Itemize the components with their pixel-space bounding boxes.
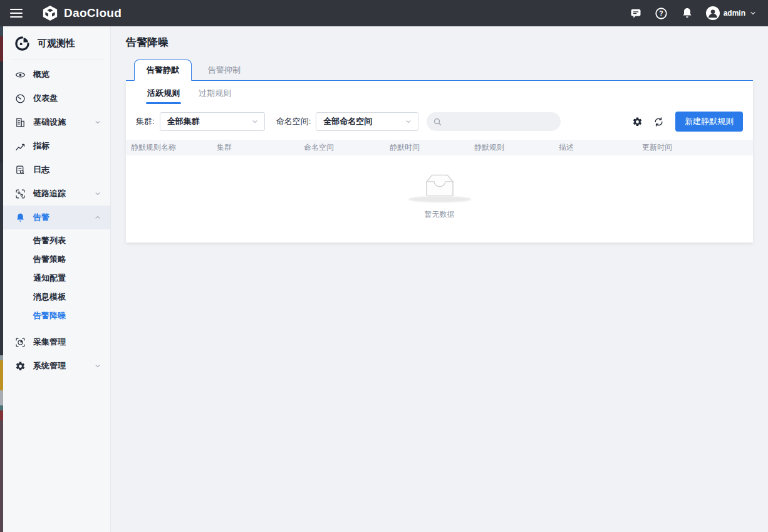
sidebar-item-system[interactable]: 系统管理 bbox=[3, 354, 110, 378]
page-title: 告警降噪 bbox=[126, 35, 753, 50]
sidebar-item-label: 采集管理 bbox=[33, 336, 66, 348]
notification-bell-icon[interactable] bbox=[680, 6, 694, 20]
sidebar-subitem-message-template[interactable]: 消息模板 bbox=[3, 288, 110, 306]
sidebar-title: 可观测性 bbox=[38, 38, 75, 50]
logs-icon bbox=[15, 165, 26, 175]
empty-text: 暂无数据 bbox=[425, 209, 455, 220]
chevron-down-icon bbox=[405, 118, 412, 125]
chevron-down-icon bbox=[251, 118, 259, 125]
tab-alert-silence[interactable]: 告警静默 bbox=[134, 60, 192, 81]
sidebar-item-alerts[interactable]: 告警 bbox=[3, 206, 110, 229]
column-header-description: 描述 bbox=[559, 142, 642, 153]
username: admin bbox=[724, 9, 745, 18]
namespace-select[interactable]: 全部命名空间 bbox=[316, 112, 418, 131]
sidebar-item-tracing[interactable]: 链路追踪 bbox=[3, 182, 110, 206]
sidebar-item-collection[interactable]: 采集管理 bbox=[3, 330, 110, 354]
column-header-update-time: 更新时间 bbox=[642, 142, 753, 153]
gear-icon bbox=[15, 361, 26, 372]
avatar bbox=[706, 6, 720, 20]
sidebar-item-infrastructure[interactable]: 基础设施 bbox=[3, 110, 110, 134]
sidebar-item-label: 基础设施 bbox=[33, 117, 66, 128]
empty-inbox-icon bbox=[422, 172, 457, 199]
subtab-expired-rules[interactable]: 过期规则 bbox=[197, 81, 232, 104]
sidebar-item-label: 日志 bbox=[33, 164, 49, 175]
gauge-icon bbox=[15, 93, 26, 104]
sidebar-item-label: 概览 bbox=[33, 69, 49, 80]
metrics-chart-icon bbox=[15, 141, 26, 152]
search-icon bbox=[433, 117, 442, 127]
building-icon bbox=[15, 117, 26, 128]
table-header-row: 静默规则名称 集群 命名空间 静默时间 静默规则 描述 更新时间 bbox=[126, 140, 753, 155]
chevron-down-icon bbox=[94, 118, 101, 126]
sidebar-item-label: 仪表盘 bbox=[33, 93, 58, 104]
settings-gear-icon[interactable] bbox=[631, 115, 643, 128]
observability-icon bbox=[14, 36, 30, 51]
eye-icon bbox=[15, 70, 26, 80]
sidebar-header[interactable]: 可观测性 bbox=[3, 26, 110, 60]
sidebar-subitem-alert-list[interactable]: 告警列表 bbox=[3, 231, 110, 250]
cluster-select-value: 全部集群 bbox=[167, 116, 200, 127]
sub-item-label: 告警列表 bbox=[33, 235, 66, 246]
column-header-cluster: 集群 bbox=[217, 142, 304, 153]
filter-toolbar: 集群: 全部集群 命名空间: 全部命名空间 bbox=[126, 104, 753, 140]
sidebar-item-dashboard[interactable]: 仪表盘 bbox=[3, 86, 110, 110]
sidebar-subitem-alert-policy[interactable]: 告警策略 bbox=[3, 250, 110, 269]
namespace-label: 命名空间: bbox=[276, 116, 311, 127]
sidebar-subitem-alert-noise-reduction[interactable]: 告警降噪 bbox=[3, 306, 110, 325]
sub-item-label: 告警降噪 bbox=[33, 310, 66, 321]
sidebar-subitem-notify-config[interactable]: 通知配置 bbox=[3, 269, 110, 288]
message-icon[interactable] bbox=[629, 6, 643, 20]
sidebar-item-logs[interactable]: 日志 bbox=[3, 158, 110, 182]
subtab-active-rules[interactable]: 活跃规则 bbox=[146, 81, 181, 104]
empty-state: 暂无数据 bbox=[126, 155, 753, 243]
search-input[interactable] bbox=[446, 117, 554, 127]
sidebar: 可观测性 概览 仪表盘 bbox=[3, 26, 111, 532]
sub-item-label: 消息模板 bbox=[33, 291, 66, 303]
alert-bell-icon bbox=[15, 212, 26, 223]
sidebar-item-label: 告警 bbox=[33, 212, 49, 223]
main-content: 告警降噪 告警静默 告警抑制 活跃规则 过期规则 集群: 全部集群 命名空间: … bbox=[111, 26, 768, 532]
tab-bar: 告警静默 告警抑制 bbox=[126, 60, 753, 81]
chevron-down-icon bbox=[94, 362, 101, 370]
svg-text:?: ? bbox=[659, 9, 663, 17]
sidebar-item-label: 链路追踪 bbox=[33, 188, 66, 199]
alerts-submenu: 告警列表 告警策略 通知配置 消息模板 告警降噪 bbox=[3, 229, 110, 330]
sub-item-label: 通知配置 bbox=[33, 273, 66, 284]
column-header-namespace: 命名空间 bbox=[304, 142, 390, 153]
help-icon[interactable]: ? bbox=[655, 6, 668, 20]
sidebar-item-overview[interactable]: 概览 bbox=[3, 63, 110, 86]
collection-scan-icon bbox=[15, 337, 26, 348]
create-silence-rule-button[interactable]: 新建静默规则 bbox=[675, 112, 743, 132]
sidebar-divider bbox=[11, 60, 103, 60]
content-card: 活跃规则 过期规则 集群: 全部集群 命名空间: 全部命名空间 bbox=[126, 81, 753, 243]
cluster-label: 集群: bbox=[136, 116, 155, 127]
brand-name: DaoCloud bbox=[64, 6, 122, 20]
chevron-up-icon bbox=[94, 214, 101, 221]
refresh-icon[interactable] bbox=[652, 115, 665, 128]
sidebar-item-label: 系统管理 bbox=[33, 360, 66, 372]
cluster-select[interactable]: 全部集群 bbox=[160, 112, 265, 131]
daocloud-logo[interactable]: DaoCloud bbox=[42, 5, 122, 21]
sub-item-label: 告警策略 bbox=[33, 254, 66, 265]
left-edge-strip bbox=[0, 26, 3, 532]
topbar: DaoCloud ? bbox=[0, 0, 768, 26]
user-menu[interactable]: admin bbox=[706, 6, 757, 20]
search-box[interactable] bbox=[427, 112, 561, 131]
daocloud-cube-icon bbox=[42, 5, 58, 21]
sidebar-item-label: 指标 bbox=[33, 140, 49, 152]
empty-icon-shadow bbox=[408, 196, 471, 202]
column-header-silence-rule: 静默规则 bbox=[474, 142, 559, 153]
hamburger-menu-icon[interactable] bbox=[3, 0, 29, 26]
tracing-icon bbox=[15, 189, 26, 199]
user-chevron-down-icon bbox=[749, 9, 757, 17]
namespace-select-value: 全部命名空间 bbox=[323, 116, 372, 127]
column-header-silence-time: 静默时间 bbox=[390, 142, 474, 153]
tab-alert-inhibition[interactable]: 告警抑制 bbox=[192, 60, 257, 80]
subtab-bar: 活跃规则 过期规则 bbox=[126, 81, 753, 104]
chevron-down-icon bbox=[94, 190, 101, 197]
sidebar-item-metrics[interactable]: 指标 bbox=[3, 134, 110, 158]
column-header-rule-name: 静默规则名称 bbox=[131, 142, 217, 153]
